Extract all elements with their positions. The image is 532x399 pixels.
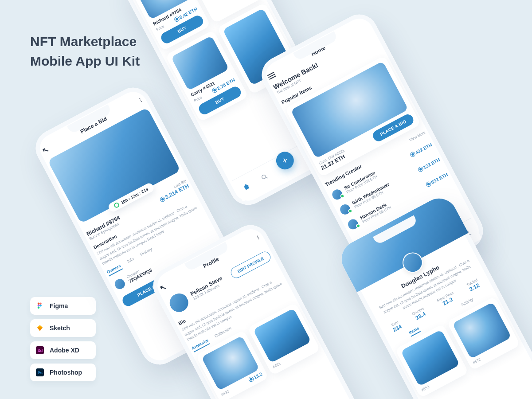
avatar (165, 289, 193, 317)
tab-items[interactable]: Items (408, 325, 421, 336)
tool-ps: Ps Photoshop (30, 364, 96, 381)
screen-title: Home (310, 44, 326, 57)
adobe-xd-icon: Xd (35, 346, 44, 355)
search-icon[interactable] (259, 172, 270, 182)
avatar (337, 201, 353, 217)
screen-title: Profile (202, 255, 220, 269)
home-icon[interactable] (241, 181, 251, 192)
svg-text:Ps: Ps (38, 371, 43, 375)
more-icon[interactable]: ⋮ (254, 234, 261, 241)
page-title: NFT Marketplace Mobile App UI Kit (30, 32, 140, 70)
avatar (329, 187, 345, 203)
filter-collected[interactable]: Collected (207, 0, 250, 5)
menu-icon[interactable] (267, 71, 276, 79)
tools-list: Figma Sketch Xd Adobe XD Ps Photoshop (30, 297, 96, 381)
figma-icon (35, 301, 44, 310)
svg-point-4 (38, 307, 40, 309)
svg-point-9 (261, 174, 266, 180)
svg-point-0 (38, 303, 40, 305)
back-icon[interactable]: ↖ (158, 282, 168, 293)
item-tag: #432 (220, 389, 230, 397)
title-line2: Mobile App UI Kit (30, 54, 140, 68)
price-label: Price (156, 24, 165, 32)
tool-label: Sketch (50, 325, 70, 332)
avatar (345, 216, 361, 232)
creator-value: 632 ETH (425, 172, 449, 188)
title-line1: NFT Marketplace (30, 34, 137, 49)
back-icon[interactable]: ↖ (41, 145, 51, 156)
price-label: Price (193, 95, 203, 103)
tool-figma: Figma (30, 297, 96, 315)
more-icon[interactable]: ⋮ (137, 96, 144, 103)
tab-info[interactable]: Info (126, 256, 136, 266)
sketch-icon (35, 324, 44, 332)
svg-point-3 (39, 305, 42, 307)
clock-icon (113, 202, 120, 208)
avatar (112, 276, 128, 292)
tool-label: Photoshop (50, 369, 82, 376)
svg-text:Xd: Xd (38, 348, 43, 353)
svg-point-1 (39, 303, 42, 305)
add-button[interactable]: + (273, 149, 297, 172)
svg-point-2 (38, 305, 40, 307)
tool-label: Figma (50, 302, 68, 309)
photoshop-icon: Ps (35, 368, 44, 377)
tool-sketch: Sketch (30, 319, 96, 337)
tool-label: Adobe XD (50, 347, 79, 354)
tool-xd: Xd Adobe XD (30, 341, 96, 359)
